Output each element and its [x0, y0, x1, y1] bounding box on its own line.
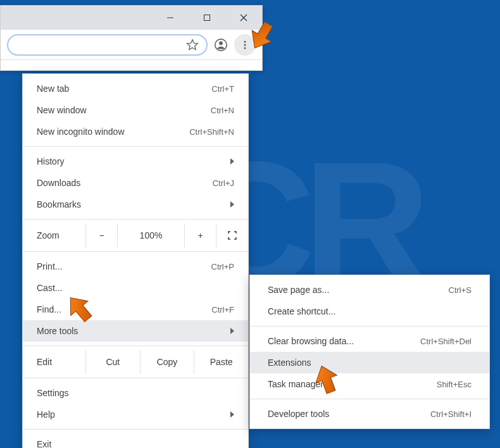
menu-print[interactable]: Print... Ctrl+P	[23, 256, 248, 277]
three-dots-icon	[240, 40, 250, 50]
edit-copy-button[interactable]: Copy	[141, 350, 195, 374]
menu-item-shortcut: Shift+Esc	[437, 380, 472, 389]
edit-cut-button[interactable]: Cut	[86, 350, 141, 374]
menu-separator	[23, 429, 248, 430]
menu-separator	[23, 219, 248, 220]
menu-zoom-row: Zoom − 100% +	[23, 223, 248, 247]
submenu-dev-tools[interactable]: Developer tools Ctrl+Shift+I	[250, 403, 489, 425]
menu-help[interactable]: Help	[23, 404, 248, 425]
menu-item-label: Edit	[23, 350, 86, 374]
menu-new-incognito[interactable]: New incognito window Ctrl+Shift+N	[23, 121, 248, 142]
menu-new-tab[interactable]: New tab Ctrl+T	[23, 78, 248, 99]
zoom-out-button[interactable]: −	[86, 223, 118, 247]
menu-separator	[250, 326, 489, 327]
submenu-save-page[interactable]: Save page as... Ctrl+S	[250, 279, 489, 301]
submenu-arrow-icon	[230, 201, 234, 208]
browser-window	[0, 5, 263, 71]
menu-item-label: Exit	[37, 439, 234, 448]
menu-item-shortcut: Ctrl+J	[213, 178, 234, 188]
menu-new-window[interactable]: New window Ctrl+N	[23, 99, 248, 121]
menu-separator	[23, 378, 248, 378]
edit-paste-button[interactable]: Paste	[194, 350, 248, 374]
menu-separator	[23, 251, 248, 252]
menu-item-label: History	[37, 156, 225, 166]
submenu-arrow-icon	[230, 411, 234, 418]
menu-separator	[250, 399, 489, 399]
menu-item-label: Downloads	[37, 178, 213, 188]
menu-settings[interactable]: Settings	[23, 382, 248, 404]
browser-toolbar	[1, 30, 262, 60]
menu-item-label: Print...	[37, 261, 211, 271]
minimize-button[interactable]	[152, 6, 189, 30]
submenu-extensions[interactable]: Extensions	[250, 352, 489, 373]
window-titlebar	[1, 6, 262, 30]
maximize-button[interactable]	[189, 6, 225, 30]
more-tools-submenu: Save page as... Ctrl+S Create shortcut..…	[249, 275, 490, 429]
address-bar[interactable]	[7, 34, 208, 56]
menu-item-shortcut: Ctrl+S	[449, 285, 472, 295]
menu-item-label: Zoom	[23, 223, 86, 247]
fullscreen-icon	[227, 230, 237, 240]
menu-item-label: Task manager	[268, 379, 437, 389]
maximize-icon	[203, 14, 211, 22]
menu-item-label: Find...	[37, 304, 211, 314]
submenu-arrow-icon	[230, 158, 234, 165]
menu-item-shortcut: Ctrl+T	[211, 84, 234, 94]
svg-point-8	[244, 47, 246, 49]
menu-item-shortcut: Ctrl+Shift+N	[189, 127, 234, 137]
zoom-in-button[interactable]: +	[185, 223, 216, 247]
menu-item-label: New window	[37, 105, 211, 115]
svg-point-5	[219, 41, 223, 45]
svg-rect-1	[204, 15, 210, 21]
menu-item-label: New incognito window	[37, 127, 189, 137]
chrome-main-menu: New tab Ctrl+T New window Ctrl+N New inc…	[22, 73, 249, 448]
menu-item-label: New tab	[37, 84, 211, 94]
fullscreen-button[interactable]	[216, 223, 248, 247]
svg-point-6	[244, 40, 246, 42]
menu-item-label: Create shortcut...	[268, 306, 472, 316]
submenu-create-shortcut[interactable]: Create shortcut...	[250, 301, 489, 322]
submenu-task-manager[interactable]: Task manager Shift+Esc	[250, 373, 489, 395]
svg-point-7	[244, 44, 246, 46]
menu-edit-row: Edit Cut Copy Paste	[23, 350, 248, 374]
menu-item-label: Developer tools	[268, 409, 430, 419]
menu-find[interactable]: Find... Ctrl+F	[23, 299, 248, 320]
menu-separator	[23, 146, 248, 147]
menu-item-label: Clear browsing data...	[268, 336, 420, 346]
submenu-clear-data[interactable]: Clear browsing data... Ctrl+Shift+Del	[250, 330, 489, 352]
menu-history[interactable]: History	[23, 151, 248, 172]
menu-exit[interactable]: Exit	[23, 433, 248, 448]
menu-downloads[interactable]: Downloads Ctrl+J	[23, 172, 248, 194]
profile-button[interactable]	[211, 35, 230, 54]
bookmark-star-icon[interactable]	[186, 39, 199, 51]
menu-cast[interactable]: Cast...	[23, 277, 248, 299]
profile-icon	[214, 38, 228, 52]
menu-item-shortcut: Ctrl+Shift+Del	[420, 337, 472, 346]
menu-item-shortcut: Ctrl+Shift+I	[430, 409, 472, 419]
menu-item-shortcut: Ctrl+N	[211, 106, 234, 115]
menu-item-label: Settings	[37, 388, 234, 398]
close-icon	[240, 14, 247, 22]
menu-item-label: Save page as...	[268, 285, 449, 295]
submenu-arrow-icon	[230, 328, 234, 334]
menu-separator	[23, 345, 248, 346]
menu-item-label: More tools	[37, 326, 225, 336]
menu-item-label: Bookmarks	[37, 199, 225, 209]
menu-more-tools[interactable]: More tools	[23, 320, 248, 342]
chrome-menu-button[interactable]	[234, 34, 256, 56]
menu-bookmarks[interactable]: Bookmarks	[23, 194, 248, 215]
close-button[interactable]	[225, 6, 262, 30]
menu-item-label: Extensions	[268, 358, 472, 368]
menu-item-shortcut: Ctrl+F	[211, 305, 234, 314]
menu-item-label: Help	[37, 409, 225, 420]
menu-item-shortcut: Ctrl+P	[211, 262, 234, 271]
menu-item-label: Cast...	[37, 283, 234, 293]
minimize-icon	[166, 14, 174, 22]
zoom-level: 100%	[118, 223, 185, 247]
